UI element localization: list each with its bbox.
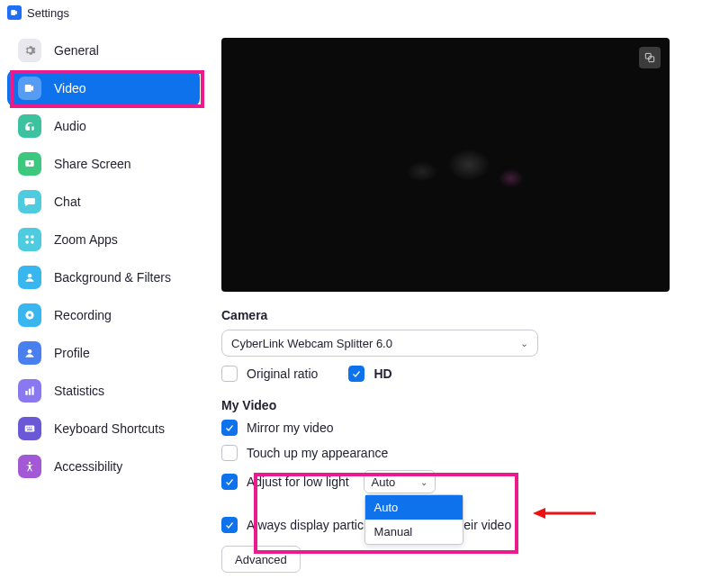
sidebar-item-zoom-apps[interactable]: Zoom Apps: [7, 222, 200, 258]
svg-rect-16: [27, 430, 32, 430]
sidebar-item-accessibility[interactable]: Accessibility: [7, 448, 200, 484]
lowlight-checkbox[interactable]: [221, 474, 238, 490]
rotate-icon[interactable]: [639, 47, 661, 68]
svg-point-2: [31, 235, 34, 239]
camera-section-label: Camera: [221, 308, 698, 322]
svg-point-4: [31, 240, 34, 244]
zoom-logo-icon: [7, 5, 22, 20]
always-display-checkbox[interactable]: [221, 517, 238, 533]
sidebar-item-keyboard-shortcuts[interactable]: Keyboard Shortcuts: [7, 411, 200, 447]
sidebar-item-share-screen[interactable]: Share Screen: [7, 146, 200, 182]
sidebar-item-label: Zoom Apps: [54, 232, 118, 247]
svg-point-8: [28, 349, 32, 354]
sidebar-item-label: Keyboard Shortcuts: [54, 421, 165, 436]
svg-rect-12: [25, 426, 35, 432]
sidebar-item-recording[interactable]: Recording: [7, 297, 200, 333]
advanced-button[interactable]: Advanced: [221, 546, 301, 573]
sidebar-item-profile[interactable]: Profile: [7, 335, 200, 371]
svg-rect-14: [29, 427, 30, 428]
camera-select[interactable]: CyberLink Webcam Splitter 6.0 ⌄: [221, 330, 538, 357]
svg-point-3: [25, 240, 29, 244]
lowlight-option-auto[interactable]: Auto: [365, 495, 463, 520]
window-title: Settings: [27, 6, 69, 20]
advanced-button-label: Advanced: [235, 553, 287, 566]
apps-icon: [18, 228, 41, 251]
sidebar-item-statistics[interactable]: Statistics: [7, 373, 200, 409]
sidebar-item-general[interactable]: General: [7, 32, 200, 68]
my-video-section-label: My Video: [221, 398, 698, 412]
original-ratio-checkbox[interactable]: [221, 366, 238, 382]
preview-image: [328, 97, 562, 232]
lowlight-selected-value: Auto: [372, 475, 396, 489]
svg-point-17: [29, 462, 31, 464]
headphones-icon: [18, 114, 41, 138]
svg-rect-11: [32, 386, 33, 394]
sidebar-item-video[interactable]: Video: [7, 70, 200, 106]
recording-icon: [18, 303, 41, 327]
content-pane: Camera CyberLink Webcam Splitter 6.0 ⌄ O…: [200, 25, 720, 588]
original-ratio-label: Original ratio: [247, 366, 318, 381]
svg-rect-18: [645, 53, 651, 59]
video-icon: [18, 77, 41, 100]
svg-rect-13: [27, 427, 28, 428]
sidebar-item-audio[interactable]: Audio: [7, 108, 200, 144]
svg-point-1: [25, 235, 29, 239]
sidebar-item-label: Audio: [54, 119, 86, 133]
background-filters-icon: [18, 266, 41, 289]
sidebar-item-background-filters[interactable]: Background & Filters: [7, 259, 200, 295]
keyboard-icon: [18, 417, 41, 440]
statistics-icon: [18, 379, 41, 403]
sidebar-item-label: Profile: [54, 346, 90, 360]
sidebar-item-label: Recording: [54, 308, 112, 322]
sidebar: General Video Audio Share Screen Chat: [0, 25, 200, 588]
sidebar-item-label: Accessibility: [54, 459, 122, 474]
lowlight-option-manual[interactable]: Manual: [365, 520, 463, 544]
mirror-video-checkbox[interactable]: [221, 420, 238, 436]
accessibility-icon: [18, 455, 41, 478]
touchup-label: Touch up my appearance: [247, 446, 388, 460]
touchup-checkbox[interactable]: [221, 445, 238, 461]
lowlight-label: Adjust for low light: [247, 475, 349, 489]
svg-rect-10: [29, 389, 31, 395]
hd-label: HD: [374, 366, 392, 381]
sidebar-item-label: Statistics: [54, 384, 104, 398]
sidebar-item-label: Background & Filters: [54, 270, 171, 285]
svg-rect-15: [31, 427, 32, 428]
share-screen-icon: [18, 152, 41, 176]
svg-rect-9: [25, 391, 27, 395]
sidebar-item-chat[interactable]: Chat: [7, 184, 200, 220]
chevron-down-icon: ⌄: [520, 338, 528, 349]
sidebar-item-label: Chat: [54, 194, 81, 209]
video-preview: [221, 38, 670, 292]
svg-point-5: [28, 274, 32, 278]
chat-icon: [18, 190, 41, 213]
svg-rect-19: [649, 57, 654, 62]
camera-selected-value: CyberLink Webcam Splitter 6.0: [231, 337, 392, 350]
chevron-down-icon: ⌄: [420, 477, 428, 487]
lowlight-select[interactable]: Auto ⌄ Auto Manual: [364, 470, 436, 493]
sidebar-item-label: General: [54, 43, 99, 58]
hd-checkbox[interactable]: [348, 366, 364, 382]
svg-point-7: [28, 313, 32, 317]
gear-icon: [18, 39, 41, 62]
sidebar-item-label: Share Screen: [54, 157, 131, 171]
sidebar-item-label: Video: [54, 81, 86, 95]
profile-icon: [18, 341, 41, 365]
mirror-video-label: Mirror my video: [247, 421, 333, 435]
titlebar: Settings: [0, 0, 720, 25]
lowlight-dropdown: Auto Manual: [364, 494, 464, 545]
